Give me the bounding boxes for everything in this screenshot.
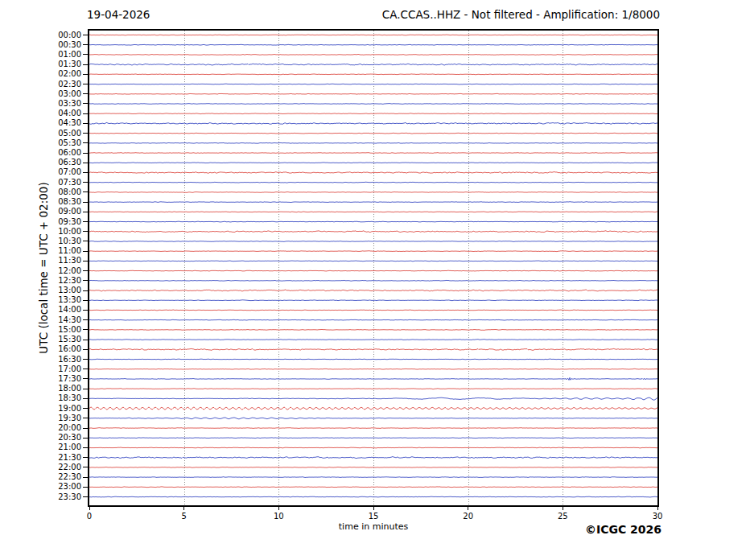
y-tick-mark: [83, 202, 89, 203]
y-tick-label: 20:30: [58, 433, 81, 443]
y-tick-mark: [83, 389, 89, 389]
y-tick-label: 16:30: [58, 355, 81, 364]
y-tick-label: 08:30: [58, 197, 81, 207]
y-tick-mark: [83, 340, 89, 340]
y-tick-mark: [83, 378, 89, 379]
y-tick-label: 18:30: [58, 393, 81, 403]
y-tick-label: 09:30: [58, 217, 81, 227]
y-tick-label: 09:00: [58, 207, 81, 216]
y-tick-label: 11:30: [58, 256, 81, 266]
y-tick-mark: [83, 290, 89, 291]
y-tick-mark: [83, 496, 89, 497]
y-tick-mark: [83, 329, 89, 330]
y-tick-mark: [83, 300, 89, 301]
y-tick-label: 19:00: [58, 404, 81, 414]
y-tick-mark: [83, 428, 89, 429]
x-tick-mark: [89, 507, 90, 510]
y-tick-label: 12:30: [58, 276, 81, 286]
y-tick-mark: [83, 44, 89, 45]
y-tick-mark: [83, 477, 89, 478]
x-tick-label: 10: [274, 512, 284, 521]
y-tick-mark: [83, 172, 89, 173]
y-tick-label: 11:00: [58, 246, 81, 256]
y-tick-label: 20:00: [58, 423, 81, 433]
y-tick-mark: [83, 261, 89, 261]
y-axis-title: UTC (local time = UTC + 02:00): [37, 182, 50, 353]
y-tick-mark: [83, 349, 89, 350]
y-tick-mark: [83, 182, 89, 183]
plot-area: [88, 29, 659, 507]
y-tick-label: 22:30: [58, 472, 81, 482]
y-tick-mark: [83, 231, 89, 232]
y-tick-label: 14:00: [58, 305, 81, 315]
y-tick-mark: [83, 270, 89, 271]
y-tick-label: 15:30: [58, 335, 81, 344]
y-tick-mark: [83, 398, 89, 399]
y-tick-mark: [83, 447, 89, 448]
y-tick-label: 13:30: [58, 295, 81, 305]
y-tick-mark: [83, 280, 89, 281]
y-tick-mark: [83, 133, 89, 134]
y-tick-label: 04:00: [58, 109, 81, 118]
y-tick-label: 05:00: [58, 129, 81, 138]
x-tick-label: 15: [369, 512, 379, 521]
y-tick-mark: [83, 212, 89, 212]
y-tick-label: 23:00: [58, 482, 81, 492]
y-tick-label: 00:00: [58, 31, 81, 40]
y-tick-label: 18:00: [58, 384, 81, 393]
y-tick-label: 22:00: [58, 463, 81, 472]
y-tick-mark: [83, 35, 89, 35]
y-tick-label: 19:30: [58, 414, 81, 423]
y-tick-mark: [83, 191, 89, 192]
y-tick-mark: [83, 467, 89, 467]
y-tick-label: 13:00: [58, 286, 81, 295]
x-tick-mark: [563, 507, 563, 510]
y-tick-label: 01:00: [58, 50, 81, 60]
date-title: 19-04-2026: [87, 9, 150, 21]
x-tick-label: 25: [558, 512, 568, 521]
y-tick-label: 06:30: [58, 158, 81, 167]
x-tick-mark: [183, 507, 184, 510]
y-tick-label: 15:00: [58, 325, 81, 335]
y-tick-label: 06:00: [58, 148, 81, 158]
y-tick-label: 14:30: [58, 315, 81, 325]
y-tick-mark: [83, 319, 89, 320]
y-tick-label: 17:30: [58, 374, 81, 384]
x-tick-label: 30: [653, 512, 663, 521]
y-tick-mark: [83, 123, 89, 124]
y-tick-label: 17:00: [58, 364, 81, 374]
y-tick-mark: [83, 64, 89, 65]
x-tick-mark: [278, 507, 279, 510]
y-tick-label: 10:30: [58, 237, 81, 246]
station-title: CA.CCAS..HHZ - Not filtered - Amplificat…: [382, 9, 660, 21]
y-tick-label: 00:30: [58, 40, 81, 50]
y-tick-label: 02:00: [58, 69, 81, 79]
y-tick-label: 03:30: [58, 99, 81, 109]
y-tick-label: 10:00: [58, 227, 81, 237]
y-tick-mark: [83, 241, 89, 241]
y-tick-label: 16:00: [58, 344, 81, 354]
x-axis-title: time in minutes: [339, 521, 408, 532]
x-tick-label: 20: [463, 512, 473, 521]
helicorder-figure: 19-04-2026 CA.CCAS..HHZ - Not filtered -…: [0, 0, 746, 560]
y-tick-label: 12:00: [58, 266, 81, 276]
y-tick-mark: [83, 142, 89, 143]
y-tick-mark: [83, 113, 89, 114]
y-tick-mark: [83, 251, 89, 252]
copyright-credit: ©ICGC 2026: [585, 523, 662, 536]
y-tick-label: 23:30: [58, 492, 81, 502]
y-tick-label: 08:00: [58, 187, 81, 197]
y-tick-mark: [83, 408, 89, 409]
x-tick-label: 5: [181, 512, 186, 521]
x-tick-label: 0: [87, 512, 92, 521]
x-tick-mark: [657, 507, 658, 510]
y-tick-label: 03:00: [58, 89, 81, 99]
y-tick-label: 21:00: [58, 443, 81, 452]
x-tick-mark: [373, 507, 374, 510]
y-tick-mark: [83, 310, 89, 311]
y-tick-mark: [83, 54, 89, 55]
y-tick-label: 07:00: [58, 167, 81, 177]
y-tick-label: 07:30: [58, 178, 81, 187]
x-tick-mark: [468, 507, 468, 510]
y-tick-mark: [83, 221, 89, 222]
